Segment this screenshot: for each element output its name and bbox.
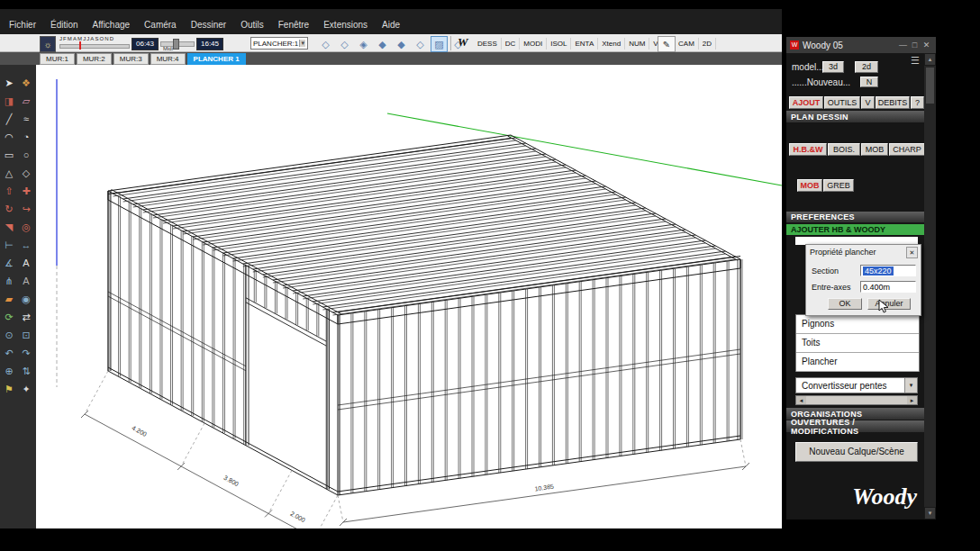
panel-scrollbar[interactable]: ▴ ▾ — [924, 53, 936, 519]
text-tool-icon[interactable]: A — [19, 256, 33, 270]
tape-measure-tool-icon[interactable]: ⊢ — [2, 238, 16, 252]
menu-dition[interactable]: Édition — [43, 18, 86, 32]
rotated-rectangle-tool-icon[interactable]: ◇ — [19, 166, 33, 180]
shaded-style-icon[interactable]: ◆ — [374, 36, 391, 52]
pie-tool-icon[interactable]: ◔ — [19, 130, 33, 144]
scale-tool-icon[interactable]: ◥ — [2, 220, 16, 234]
look-around-tool-icon[interactable]: ◉ — [19, 292, 33, 306]
menu-fichier[interactable]: Fichier — [2, 18, 43, 32]
toolbar-button-cam[interactable]: CAM — [675, 38, 699, 50]
shadow-settings-icon[interactable]: ☼ — [40, 36, 56, 52]
panel-tab-v[interactable]: V — [861, 96, 875, 109]
scroll-right-icon[interactable]: ▸ — [907, 396, 917, 404]
view-2d-button[interactable]: 2d — [855, 61, 878, 73]
toolbar-button-dess[interactable]: DESS — [474, 38, 502, 50]
menu-fen-tre[interactable]: Fenêtre — [271, 18, 316, 32]
toolbar-button-xtend[interactable]: Xtend — [598, 38, 625, 50]
maximize-button[interactable]: □ — [909, 41, 921, 50]
select-tool-icon[interactable]: ➤ — [2, 76, 16, 90]
shadow-date-track[interactable] — [59, 44, 130, 49]
protractor-tool-icon[interactable]: ∡ — [2, 256, 16, 270]
follow-me-tool-icon[interactable]: ↪ — [19, 202, 33, 216]
panel-tab-[interactable]: ? — [911, 96, 924, 109]
panel-tab-outils[interactable]: OUTILS — [824, 96, 860, 109]
tab-mur-2[interactable]: MUR:2 — [77, 53, 112, 65]
eraser-tool-icon[interactable]: ▱ — [19, 94, 33, 108]
tab-mur-3[interactable]: MUR:3 — [113, 53, 149, 65]
tab-plancher-1[interactable]: PLANCHER 1 — [187, 53, 246, 65]
make-component-tool-icon[interactable]: ❖ — [19, 76, 33, 90]
position-camera-tool-icon[interactable]: ⊕ — [2, 364, 16, 378]
scroll-up-icon[interactable]: ▴ — [924, 53, 936, 66]
category-tab-charp[interactable]: CHARP — [889, 143, 925, 156]
chevron-down-icon[interactable]: ▾ — [299, 40, 305, 47]
tab-mur-1[interactable]: MUR:1 — [40, 53, 75, 65]
pencil-tool-icon[interactable]: ✎ — [658, 36, 676, 52]
menu-cam-ra[interactable]: Caméra — [137, 18, 184, 32]
dialog-close-icon[interactable]: ✕ — [906, 247, 918, 258]
paint-bucket-tool-icon[interactable]: ◨ — [2, 94, 16, 108]
xray-style-icon[interactable]: ◇ — [317, 36, 334, 52]
panel-menu-icon[interactable]: ☰ — [911, 55, 920, 67]
pan-tool-icon[interactable]: ⇄ — [19, 310, 33, 324]
arc-tool-icon[interactable]: ◠ — [2, 130, 16, 144]
previous-view-tool-icon[interactable]: ↶ — [2, 346, 16, 360]
subcategory-tab-greb[interactable]: GREB — [823, 179, 854, 192]
subcategory-tab-mob[interactable]: MOB — [797, 179, 822, 192]
circle-tool-icon[interactable]: ○ — [19, 148, 33, 162]
tab-mur-4[interactable]: MUR:4 — [150, 53, 186, 65]
toolbar-button-modi[interactable]: MODI — [520, 38, 547, 50]
panel-item-plancher[interactable]: Plancher — [796, 353, 919, 372]
minimize-button[interactable]: — — [897, 41, 909, 50]
menu-dessiner[interactable]: Dessiner — [184, 18, 233, 32]
panel-tab-ajout[interactable]: AJOUT — [789, 96, 823, 109]
category-tab-bois[interactable]: BOIS. — [828, 143, 860, 156]
viewport-canvas[interactable]: 4.2003.8002.00010.385 — [36, 65, 782, 528]
category-tab-h-b-w[interactable]: H.B.&W — [789, 143, 827, 156]
axes-tool-icon[interactable]: ⋔ — [2, 274, 16, 288]
nouveau-n-button[interactable]: N — [860, 77, 878, 87]
polygon-tool-icon[interactable]: △ — [2, 166, 16, 180]
horizontal-scrollbar[interactable]: ◂ ▸ — [795, 395, 918, 405]
ajouter-header[interactable]: AJOUTER HB & WOODY — [786, 224, 926, 235]
close-button[interactable]: ✕ — [921, 41, 932, 50]
dimension-tool-icon[interactable]: ↔ — [19, 238, 33, 252]
move-tool-icon[interactable]: ✚ — [19, 184, 33, 198]
rectangle-tool-icon[interactable]: ▭ — [2, 148, 16, 162]
section-input[interactable]: 45x220 — [860, 265, 916, 276]
textured-style-icon[interactable]: ◆ — [393, 36, 410, 52]
category-tab-mob[interactable]: MOB — [861, 143, 888, 156]
layer-dropdown[interactable]: PLANCHER:1 ▾ — [250, 37, 308, 50]
shadow-date-slider[interactable]: JFMAMJJASOND — [59, 36, 128, 41]
menu-extensions[interactable]: Extensions — [316, 18, 375, 32]
zoom-tool-icon[interactable]: ⊙ — [2, 328, 16, 342]
panel-tab-debits[interactable]: DEBITS — [876, 96, 910, 109]
next-view-tool-icon[interactable]: ↷ — [19, 346, 33, 360]
orbit-tool-icon[interactable]: ⟳ — [2, 310, 16, 324]
scrollbar-thumb[interactable] — [926, 68, 934, 104]
walk-tool-icon[interactable]: ⇅ — [19, 364, 33, 378]
panel-title-bar[interactable]: W Woody 05 — □ ✕ — [786, 37, 936, 53]
zoom-extents-tool-icon[interactable]: ⊡ — [19, 328, 33, 342]
3d-text-tool-icon[interactable]: A — [19, 274, 33, 288]
toolbar-button-num[interactable]: NUM — [625, 38, 649, 50]
rotate-tool-icon[interactable]: ↻ — [2, 202, 16, 216]
panel-item-convertisseur-pentes[interactable]: Convertisseur pentes ▾ — [795, 377, 918, 393]
freehand-tool-icon[interactable]: ≈ — [19, 112, 33, 126]
push-pull-tool-icon[interactable]: ⇧ — [2, 184, 16, 198]
menu-affichage[interactable]: Affichage — [86, 18, 138, 32]
new-layer-button[interactable]: Nouveau Calque/Scène — [795, 442, 918, 462]
section-plane-tool-icon[interactable]: ▰ — [2, 292, 16, 306]
settings-tool-icon[interactable]: ✦ — [19, 382, 33, 396]
hidden-line-style-icon[interactable]: ◈ — [355, 36, 372, 52]
shadow-date-marker[interactable] — [79, 41, 81, 50]
line-tool-icon[interactable]: ╱ — [2, 112, 16, 126]
shadows-tool-icon[interactable]: ⚑ — [2, 382, 16, 396]
ok-button[interactable]: OK — [828, 298, 862, 310]
view-3d-button[interactable]: 3d — [822, 61, 844, 73]
toolbar-button-2d[interactable]: 2D — [699, 38, 716, 50]
shadow-time-thumb[interactable] — [173, 39, 179, 50]
menu-aide[interactable]: Aide — [375, 18, 407, 32]
panel-item-pignons[interactable]: Pignons — [796, 315, 919, 334]
toolbar-button-enta[interactable]: ENTA — [571, 38, 598, 50]
